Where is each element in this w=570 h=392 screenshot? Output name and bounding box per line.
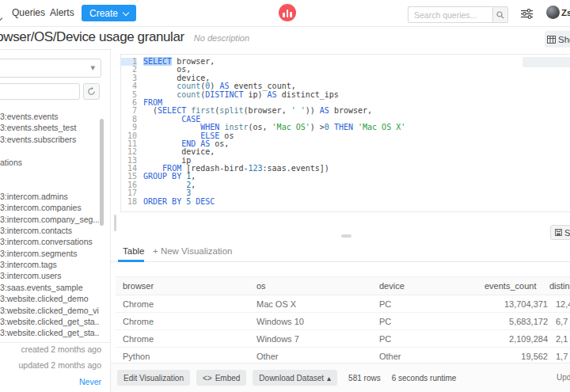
schema-item[interactable]: 3:intercom.companies xyxy=(0,202,99,213)
table-row: ChromeMac OS XPC13,704,37112,4 xyxy=(116,295,570,313)
caret-up-icon: ▴ xyxy=(327,374,331,382)
datasource-select[interactable]: ▾ xyxy=(0,59,101,78)
code-token: (os, xyxy=(248,123,272,131)
code-token: ' ' xyxy=(291,106,306,115)
schema-item[interactable]: 3:intercom.conversations xyxy=(0,236,99,247)
editor-corner-button-fragment[interactable] xyxy=(522,57,570,67)
schema-item[interactable]: 3:website.clicked_demo_vi... xyxy=(0,305,99,316)
save-button[interactable]: Save xyxy=(550,225,570,240)
table-row: ChromeWindows 10PC5,683,1726,7 xyxy=(116,313,570,330)
avatar[interactable] xyxy=(546,6,560,19)
content-scrollbar-thumb[interactable] xyxy=(114,215,116,231)
search-input[interactable] xyxy=(408,6,492,23)
code-token xyxy=(143,90,177,99)
code-token: events_count, xyxy=(229,82,295,90)
nav-item-alerts[interactable]: Alerts xyxy=(50,7,74,18)
schema-item[interactable]: 3:website.clicked_demo xyxy=(0,293,99,304)
column-header-os[interactable]: os xyxy=(249,277,372,295)
code-token: first xyxy=(191,106,215,115)
code-token: 'Mac OS' xyxy=(272,123,310,131)
logo-bar xyxy=(287,10,289,17)
schema-item[interactable]: ations xyxy=(0,157,99,168)
tab-new-visualization[interactable]: + New Visualization xyxy=(153,246,232,256)
code-token: AS xyxy=(200,139,210,148)
meta-created: created 2 months ago xyxy=(0,344,101,354)
refresh-schedule-value[interactable]: Never xyxy=(0,377,101,386)
schema-item[interactable]: 3:saas.events_sample xyxy=(0,282,99,293)
save-button-label: Save xyxy=(564,228,570,238)
code-line: ORDER BY 5 DESC xyxy=(143,198,405,206)
chevron-down-icon xyxy=(123,9,129,15)
table-cell: PC xyxy=(372,330,484,348)
settings-sliders-icon[interactable] xyxy=(521,8,533,22)
editor-resize-handle[interactable] xyxy=(341,234,352,238)
column-header-device[interactable]: device xyxy=(372,277,484,295)
schema-item[interactable]: 3:intercom.contacts xyxy=(0,225,99,236)
code-token: ip) xyxy=(243,90,267,99)
code-token: , xyxy=(191,181,196,189)
table-cell: 6,7 xyxy=(549,313,570,330)
table-cell: 13,704,371 xyxy=(484,295,549,313)
code-token: count xyxy=(177,82,200,90)
search-button[interactable] xyxy=(492,6,508,23)
code-token xyxy=(143,188,186,197)
code-token: GROUP BY xyxy=(143,172,181,181)
table-cell: Mac OS X xyxy=(249,295,372,313)
code-token xyxy=(143,164,162,173)
redash-logo[interactable] xyxy=(279,4,296,21)
code-token xyxy=(143,181,186,189)
code-token: SELECT xyxy=(158,106,186,115)
page-title[interactable]: browser/OS/Device usage granular xyxy=(0,29,184,45)
footer-bar: Edit Visualization <> Embed Download Dat… xyxy=(111,363,570,392)
column-header-distinct-[interactable]: distinct_ xyxy=(549,277,570,295)
page-description[interactable]: No description xyxy=(194,33,249,43)
code-token: 123 xyxy=(248,164,262,173)
schema-item[interactable]: 3:intercom.company_seg... xyxy=(0,214,99,225)
code-token: THEN xyxy=(334,123,353,131)
code-token: :saas.events]) xyxy=(263,164,329,173)
download-dataset-button[interactable]: Download Dataset ▴ xyxy=(253,370,337,386)
tab-table[interactable]: Table xyxy=(123,246,145,256)
edit-visualization-button[interactable]: Edit Visualization xyxy=(117,370,190,386)
code-token: FROM xyxy=(162,164,181,173)
navbar: Queries Alerts Create xyxy=(0,0,570,27)
schema-item[interactable]: 3:events.events xyxy=(0,111,99,122)
table-header-row: browserosdeviceevents_countdistinct_ xyxy=(116,277,570,295)
schema-item[interactable]: 3:website.clicked_get_sta... xyxy=(0,316,99,327)
schema-list-bottom-border xyxy=(0,342,110,343)
code-token xyxy=(143,115,181,124)
schema-item[interactable]: 3:intercom.admins xyxy=(0,191,99,202)
results-table: browserosdeviceevents_countdistinct_ Chr… xyxy=(116,276,570,365)
schema-item[interactable]: 3:website.clicked_get_sta... xyxy=(0,327,99,338)
table-cell: Chrome xyxy=(116,330,249,348)
column-header-browser[interactable]: browser xyxy=(116,277,249,295)
user-name[interactable]: Zsolt xyxy=(561,8,570,17)
embed-label: Embed xyxy=(215,374,241,382)
schema-item[interactable]: 3:intercom.segments xyxy=(0,248,99,259)
save-floppy-icon xyxy=(555,229,562,236)
sidebar-top-border xyxy=(0,49,110,50)
show-button-label: Show xyxy=(558,35,570,44)
column-header-events-count[interactable]: events_count xyxy=(484,277,549,295)
show-button[interactable]: Show xyxy=(545,31,570,48)
code-token: DESC xyxy=(196,197,215,206)
table-cell: Windows 10 xyxy=(249,313,372,330)
code-token: AS xyxy=(320,106,329,115)
table-cell: PC xyxy=(372,295,484,313)
schema-item[interactable]: 3:events.sheets_test xyxy=(0,122,99,133)
runtime-text: 6 seconds runtime xyxy=(392,374,457,382)
schema-refresh-button[interactable] xyxy=(83,83,100,100)
schema-scrollbar-thumb[interactable] xyxy=(100,119,104,226)
code-token: device, xyxy=(143,147,215,156)
schema-item[interactable]: 3:intercom.users xyxy=(0,270,99,281)
create-button[interactable]: Create xyxy=(82,5,136,21)
code-token: browser, xyxy=(172,57,215,66)
code-token: [redash-bird- xyxy=(181,164,248,173)
nav-item-queries[interactable]: Queries xyxy=(12,7,45,18)
code-token: instr xyxy=(224,123,248,131)
schema-item[interactable]: 3:intercom.tags xyxy=(0,259,99,270)
schema-search-input[interactable] xyxy=(0,83,80,100)
create-button-label: Create xyxy=(89,8,118,19)
schema-item[interactable]: 3:events.subscribers xyxy=(0,134,99,145)
embed-button[interactable]: <> Embed xyxy=(196,370,246,386)
